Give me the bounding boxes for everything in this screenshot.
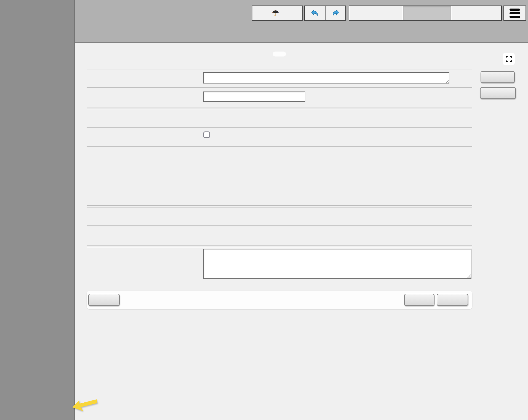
separator — [87, 127, 472, 128]
sidebar — [0, 0, 75, 420]
safe-mode-button[interactable]: ☂ — [252, 6, 303, 21]
top-header: ☂ — [75, 0, 528, 43]
separator — [87, 247, 472, 247]
comment-textarea[interactable] — [203, 72, 449, 84]
separator — [87, 146, 472, 147]
menu-button[interactable] — [503, 6, 526, 21]
undo-button[interactable] — [305, 6, 325, 20]
form-button-bar — [87, 291, 472, 309]
resize-grip-icon[interactable] — [445, 79, 449, 83]
status-pill — [273, 52, 286, 56]
apply-button[interactable] — [404, 294, 434, 306]
tab-terminal[interactable] — [451, 6, 501, 20]
redo-button[interactable] — [325, 6, 345, 20]
highlight-arrow — [71, 397, 100, 412]
umbrella-icon: ☂ — [272, 9, 279, 17]
separator — [87, 109, 472, 109]
fullscreen-button[interactable] — [503, 53, 515, 65]
source-textarea[interactable] — [203, 249, 471, 279]
cancel-button[interactable] — [88, 294, 120, 306]
separator — [87, 87, 472, 88]
ok-button[interactable] — [437, 294, 468, 306]
tab-webfig[interactable] — [403, 6, 451, 20]
hamburger-icon — [510, 9, 520, 18]
tab-quick-set[interactable] — [349, 6, 403, 20]
separator — [87, 207, 472, 208]
script-form — [75, 43, 528, 420]
separator — [87, 245, 472, 246]
separator — [87, 225, 472, 226]
fullscreen-icon — [504, 54, 513, 64]
dont-require-permissions-checkbox[interactable] — [203, 131, 210, 138]
name-input[interactable] — [203, 91, 305, 102]
remove-button[interactable] — [481, 71, 515, 83]
undo-icon — [310, 8, 320, 18]
redo-icon — [330, 8, 341, 18]
separator — [87, 69, 472, 70]
run-script-button[interactable] — [480, 87, 516, 99]
separator — [87, 205, 472, 206]
separator — [87, 107, 472, 108]
